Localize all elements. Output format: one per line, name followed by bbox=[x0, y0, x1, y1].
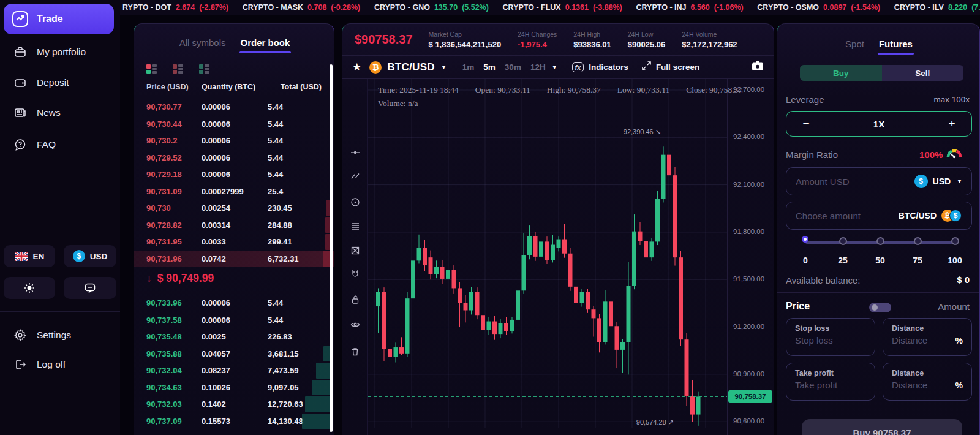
logout-icon bbox=[13, 358, 27, 371]
crypto-ticker-bar: RYPTO - DOT2.674(-2.87%)CRYPTO - MASK0.7… bbox=[120, 0, 980, 15]
orderbook-row[interactable]: 90,735.880.040573,681.15 bbox=[134, 346, 334, 363]
wallet-icon bbox=[13, 76, 27, 89]
orderbook-row[interactable]: 90,729.180.000065.44 bbox=[134, 166, 334, 183]
sidebar-item-faq[interactable]: FAQ bbox=[0, 130, 120, 159]
orderbook-row[interactable]: 90,729.520.000065.44 bbox=[134, 149, 334, 167]
orderbook-row[interactable]: 90,733.960.000065.44 bbox=[134, 295, 334, 312]
leverage-max-label: max 100x bbox=[933, 95, 970, 104]
price-mode-label: Price bbox=[786, 301, 810, 312]
sell-tab[interactable]: Sell bbox=[882, 65, 964, 81]
orderbook-row[interactable]: 90,731.960.07426,732.31 bbox=[134, 251, 334, 268]
currency-chevron-icon[interactable]: ▼ bbox=[957, 178, 962, 184]
support-chat-button[interactable] bbox=[64, 277, 116, 299]
price-amount-toggle[interactable] bbox=[869, 303, 891, 312]
theme-toggle-button[interactable] bbox=[4, 277, 55, 299]
ticker-item[interactable]: CRYPTO - OSMO0.0897(-1.54%) bbox=[757, 3, 880, 12]
mid-price: ↓ $ 90,749.99 bbox=[146, 268, 214, 289]
orderbook-row[interactable]: 90,735.480.0025226.83 bbox=[134, 328, 334, 346]
amount-currency[interactable]: USD bbox=[933, 176, 951, 186]
slider-stop[interactable] bbox=[914, 237, 922, 245]
choose-amount-field: BTC/USD ₿$ bbox=[786, 202, 972, 230]
high-price-annotation: 92,390.46 ↘ bbox=[612, 128, 661, 136]
orderbook-scrollbar[interactable] bbox=[330, 64, 333, 432]
orderbook-row[interactable]: 90,730.440.000065.44 bbox=[134, 116, 334, 133]
btc-usd-coins-icon: ₿$ bbox=[941, 209, 962, 222]
sidebar-item-deposit[interactable]: Deposit bbox=[0, 69, 120, 97]
stop-loss-distance-field: Distance % bbox=[883, 318, 972, 356]
sidebar: Trade My portfolio Deposit News FAQ EN $… bbox=[0, 0, 120, 435]
orderbook-row[interactable]: 90,732.040.082377,473.59 bbox=[134, 362, 334, 379]
currency-button[interactable]: $ USD bbox=[64, 245, 116, 267]
question-chat-icon bbox=[13, 138, 27, 151]
sidebar-item-settings[interactable]: Settings bbox=[0, 321, 120, 349]
usd-coin-icon: $ bbox=[914, 175, 928, 188]
ticker-item[interactable]: CRYPTO - FLUX0.1361(-3.88%) bbox=[503, 3, 622, 12]
orderbook-panel: All symbols Order book Price (USD) Quant… bbox=[134, 23, 334, 435]
view-bids-only-icon[interactable] bbox=[199, 64, 209, 74]
tab-order-book[interactable]: Order book bbox=[241, 37, 290, 48]
amount-input[interactable] bbox=[796, 176, 910, 187]
leverage-stepper: − 1X + bbox=[786, 111, 972, 137]
amount-slider-thumb[interactable] bbox=[802, 236, 809, 243]
price-axis-divider bbox=[727, 79, 728, 435]
orderbook-row[interactable]: 90,732.030.140212,720.63 bbox=[134, 396, 334, 413]
orderbook-row[interactable]: 90,730.770.000065.44 bbox=[134, 99, 334, 116]
ticker-item[interactable]: CRYPTO - ILV8.220(7.17%) bbox=[894, 3, 980, 12]
orderbook-row[interactable]: 90,7300.00254230.45 bbox=[134, 200, 334, 217]
orderbook-row[interactable]: 90,737.580.000065.44 bbox=[134, 312, 334, 329]
orderbook-row[interactable]: 90,734.630.100269,097.05 bbox=[134, 379, 334, 396]
margin-ratio-value: 100% bbox=[919, 149, 943, 160]
margin-ratio-label: Margin Ratio bbox=[786, 149, 838, 160]
orderbook-row[interactable]: 90,731.090.0002799925.4 bbox=[134, 183, 334, 200]
take-profit-distance-input[interactable] bbox=[892, 380, 956, 390]
gauge-icon bbox=[946, 147, 962, 163]
orderbook-row[interactable]: 90,730.20.000065.44 bbox=[134, 132, 334, 149]
stop-loss-distance-input[interactable] bbox=[892, 335, 956, 346]
buy-tab[interactable]: Buy bbox=[800, 65, 882, 81]
leverage-minus-button[interactable]: − bbox=[800, 117, 812, 130]
price-axis-tick: 91,800.00 bbox=[733, 228, 764, 235]
tab-futures[interactable]: Futures bbox=[879, 39, 913, 49]
ticker-item[interactable]: RYPTO - DOT2.674(-2.87%) bbox=[123, 3, 228, 12]
dollar-coin-icon: $ bbox=[73, 250, 85, 262]
stop-loss-input[interactable] bbox=[795, 335, 866, 346]
slider-stop[interactable] bbox=[839, 237, 847, 245]
language-button[interactable]: EN bbox=[4, 245, 55, 267]
slider-stop[interactable] bbox=[876, 237, 884, 245]
submit-buy-button[interactable]: Buy 90758.37 bbox=[802, 419, 962, 435]
view-asks-only-icon[interactable] bbox=[173, 64, 183, 74]
balance-value: $ 0 bbox=[957, 274, 970, 285]
sidebar-item-trade[interactable]: Trade bbox=[4, 4, 114, 34]
sidebar-item-logoff[interactable]: Log off bbox=[0, 350, 120, 379]
tab-spot[interactable]: Spot bbox=[845, 39, 864, 49]
orderbook-row[interactable]: 90,728.820.00314284.88 bbox=[134, 217, 334, 234]
ohlc-info-line: Time: 2025-11-19 18:44Open: 90,733.11Hig… bbox=[378, 85, 759, 95]
ticker-item[interactable]: CRYPTO - GNO135.70(5.52%) bbox=[374, 3, 489, 12]
briefcase-icon bbox=[13, 45, 27, 59]
sidebar-divider bbox=[0, 311, 120, 312]
price-axis-tick: 92,700.00 bbox=[733, 86, 764, 93]
price-axis-tick: 90,900.00 bbox=[733, 370, 764, 377]
price-axis-tick: 91,200.00 bbox=[733, 323, 764, 330]
take-profit-input[interactable] bbox=[795, 380, 866, 390]
tab-all-symbols[interactable]: All symbols bbox=[179, 37, 226, 48]
current-price-tag: 90,758.37 bbox=[728, 390, 772, 403]
orderbook-row[interactable]: 90,731.950.0033299.41 bbox=[134, 233, 334, 251]
chat-dots-icon bbox=[84, 282, 96, 294]
sidebar-item-portfolio[interactable]: My portfolio bbox=[0, 38, 120, 66]
leverage-label: Leverage bbox=[786, 94, 824, 105]
gear-icon bbox=[13, 328, 27, 342]
ticker-item[interactable]: CRYPTO - MASK0.708(-0.28%) bbox=[243, 3, 361, 12]
slider-label: 0 bbox=[803, 255, 808, 265]
sidebar-item-news[interactable]: News bbox=[0, 99, 120, 127]
price-axis-tick: 91,500.00 bbox=[733, 275, 764, 282]
leverage-plus-button[interactable]: + bbox=[946, 117, 958, 130]
slider-label: 25 bbox=[838, 255, 848, 265]
ticker-item[interactable]: CRYPTO - INJ6.560(-1.06%) bbox=[636, 3, 744, 12]
orderbook-row[interactable]: 90,737.090.1557314,130.48 bbox=[134, 413, 334, 430]
amount-field: $ USD ▼ bbox=[786, 167, 972, 195]
buy-sell-segment: Buy Sell bbox=[800, 65, 963, 81]
slider-stop[interactable] bbox=[951, 237, 959, 245]
choose-amount-input[interactable] bbox=[796, 211, 894, 221]
view-both-sides-icon[interactable] bbox=[146, 64, 157, 74]
